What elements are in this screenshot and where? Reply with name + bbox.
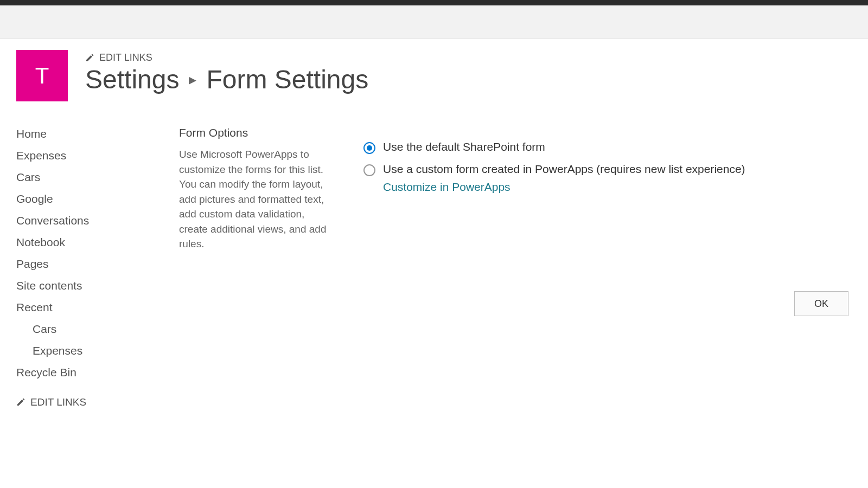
header-row: T EDIT LINKS Settings ▸ Form Settings	[16, 50, 852, 101]
form-options-description-column: Form Options Use Microsoft PowerApps to …	[179, 126, 331, 408]
sidebar-item-recycle-bin[interactable]: Recycle Bin	[16, 362, 168, 383]
main-content: Form Options Use Microsoft PowerApps to …	[179, 123, 852, 408]
breadcrumb-current: Form Settings	[206, 66, 368, 94]
site-logo[interactable]: T	[16, 50, 68, 101]
site-logo-letter: T	[35, 63, 49, 89]
sidebar-item-conversations[interactable]: Conversations	[16, 210, 168, 232]
sidebar-item-cars[interactable]: Cars	[16, 166, 168, 188]
breadcrumb-separator-icon: ▸	[189, 72, 196, 88]
edit-links-top[interactable]: EDIT LINKS	[85, 52, 852, 63]
ok-button[interactable]: OK	[794, 291, 848, 316]
sidebar: Home Expenses Cars Google Conversations …	[16, 123, 179, 408]
sidebar-item-expenses[interactable]: Expenses	[16, 145, 168, 166]
form-options-description: Use Microsoft PowerApps to customize the…	[179, 147, 331, 252]
form-options-heading: Form Options	[179, 126, 331, 139]
form-options-column: Use the default SharePoint form Use a cu…	[363, 126, 852, 408]
sidebar-item-pages[interactable]: Pages	[16, 253, 168, 275]
radio-custom-form-label: Use a custom form created in PowerApps (…	[383, 163, 745, 176]
edit-links-sidebar[interactable]: EDIT LINKS	[16, 396, 168, 408]
radio-default-form-label: Use the default SharePoint form	[383, 140, 545, 153]
sidebar-recent-expenses[interactable]: Expenses	[16, 340, 168, 362]
ok-row: OK	[363, 291, 852, 316]
sidebar-item-google[interactable]: Google	[16, 188, 168, 210]
radio-selected-dot-icon	[367, 145, 372, 151]
breadcrumb-parent[interactable]: Settings	[85, 66, 179, 94]
page-wrapper: T EDIT LINKS Settings ▸ Form Settings Ho…	[0, 39, 868, 425]
suite-bar	[0, 0, 868, 5]
breadcrumb: Settings ▸ Form Settings	[85, 66, 852, 94]
radio-row-default: Use the default SharePoint form	[363, 140, 852, 154]
edit-links-top-label: EDIT LINKS	[99, 52, 152, 63]
pencil-icon	[85, 54, 94, 62]
radio-custom-form[interactable]	[363, 164, 375, 176]
customize-in-powerapps-link[interactable]: Customize in PowerApps	[383, 181, 852, 194]
sidebar-item-notebook[interactable]: Notebook	[16, 232, 168, 253]
sidebar-recent-label: Recent	[16, 297, 168, 318]
header-text: EDIT LINKS Settings ▸ Form Settings	[85, 50, 852, 94]
radio-row-custom: Use a custom form created in PowerApps (…	[363, 163, 852, 176]
sidebar-recent-cars[interactable]: Cars	[16, 318, 168, 340]
radio-default-form[interactable]	[363, 142, 375, 154]
ribbon-area	[0, 5, 868, 39]
edit-links-sidebar-label: EDIT LINKS	[30, 396, 86, 408]
body-row: Home Expenses Cars Google Conversations …	[16, 123, 852, 408]
sidebar-item-site-contents[interactable]: Site contents	[16, 275, 168, 297]
sidebar-item-home[interactable]: Home	[16, 123, 168, 145]
pencil-icon	[16, 398, 25, 407]
